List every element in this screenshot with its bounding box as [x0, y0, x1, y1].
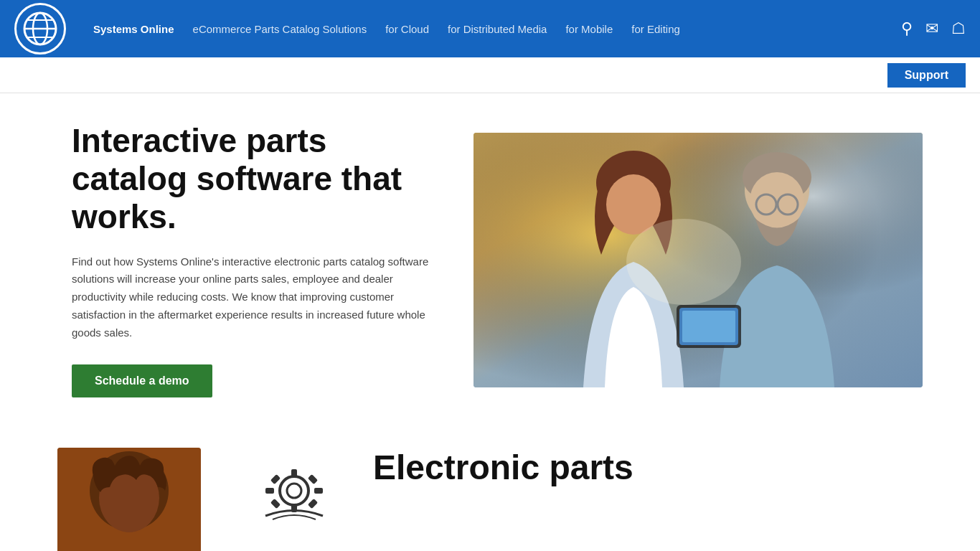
schedule-demo-button[interactable]: Schedule a demo — [72, 364, 212, 397]
nav-ecommerce[interactable]: eCommerce Parts Catalog Solutions — [187, 23, 373, 35]
hero-description: Find out how Systems Online's interactiv… — [72, 253, 430, 342]
mail-icon[interactable]: ✉ — [925, 19, 938, 38]
svg-point-25 — [287, 484, 301, 498]
svg-rect-28 — [265, 488, 274, 494]
hero-image — [473, 133, 923, 387]
nav-for-mobile[interactable]: for Mobile — [560, 23, 618, 35]
svg-point-10 — [606, 174, 661, 235]
user-icon[interactable]: ☖ — [951, 19, 966, 38]
svg-rect-33 — [308, 499, 318, 509]
support-button[interactable]: Support — [887, 63, 966, 88]
hero-title: Interactive parts catalog software that … — [72, 122, 430, 236]
svg-rect-29 — [314, 488, 323, 494]
svg-point-24 — [280, 476, 308, 505]
bottom-title-container: Electronic parts — [373, 448, 633, 487]
hero-image-overlay — [473, 133, 923, 387]
bottom-section: Electronic parts — [0, 426, 980, 551]
bottom-image — [57, 448, 201, 551]
nav-for-distributed-media[interactable]: for Distributed Media — [442, 23, 552, 35]
svg-rect-26 — [291, 469, 297, 478]
support-bar: Support — [0, 57, 980, 93]
logo[interactable] — [14, 3, 66, 55]
nav-links: Systems Online eCommerce Parts Catalog S… — [88, 23, 901, 35]
hero-section: Interactive parts catalog software that … — [0, 93, 980, 426]
svg-point-20 — [626, 219, 741, 305]
svg-rect-30 — [270, 474, 281, 484]
navbar: Systems Online eCommerce Parts Catalog S… — [0, 0, 980, 57]
search-icon[interactable]: ⚲ — [901, 19, 913, 38]
bottom-title: Electronic parts — [373, 448, 633, 487]
bottom-icon-area — [244, 448, 344, 527]
bottom-right: Electronic parts — [244, 448, 923, 527]
svg-rect-19 — [682, 311, 735, 342]
nav-icons: ⚲ ✉ ☖ — [901, 19, 966, 38]
svg-rect-31 — [308, 474, 318, 484]
nav-for-editing[interactable]: for Editing — [626, 23, 686, 35]
nav-systems-online[interactable]: Systems Online — [88, 23, 180, 35]
nav-for-cloud[interactable]: for Cloud — [380, 23, 435, 35]
hero-text: Interactive parts catalog software that … — [72, 122, 430, 397]
svg-rect-32 — [270, 499, 281, 509]
